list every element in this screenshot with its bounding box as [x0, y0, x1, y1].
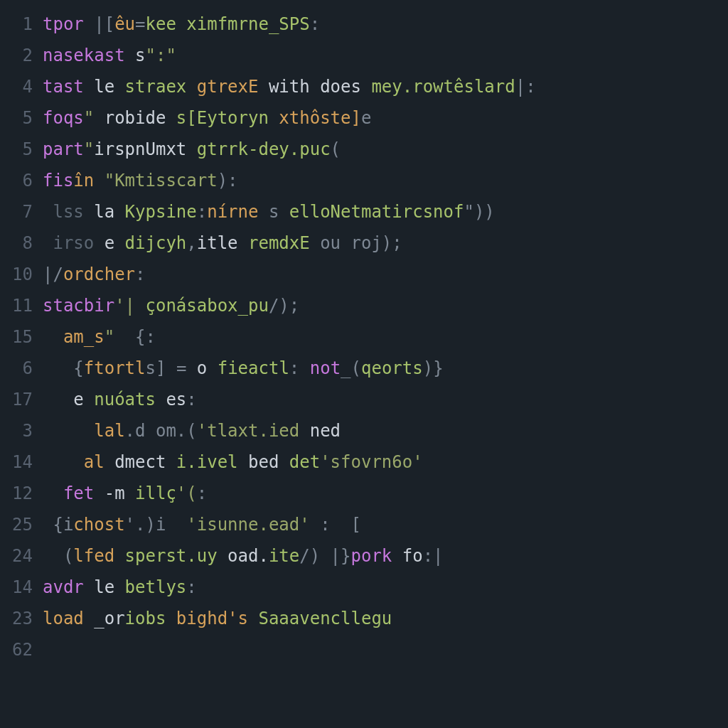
token-fn: betlys [125, 577, 187, 597]
token-pl: with does [258, 77, 371, 97]
token-pl: -m [94, 483, 135, 503]
token-fn: ite [269, 546, 299, 566]
token-id: lfed [73, 546, 114, 566]
code-editor[interactable]: 12455678101115617314122524142362 tpor |[… [0, 0, 728, 728]
token-op: {i [43, 515, 73, 535]
token-str: 'isunne.ead' [186, 515, 309, 535]
line-number: 8 [0, 228, 33, 259]
token-op: e [361, 108, 371, 128]
line-number: 1 [0, 9, 33, 40]
token-str: 'tlaxt.ied [197, 421, 300, 441]
code-line[interactable]: fet -m illç'(: [43, 478, 728, 509]
line-number-gutter: 12455678101115617314122524142362 [0, 9, 43, 728]
token-id: al [84, 452, 105, 472]
token-kw: fis [43, 171, 73, 191]
code-line[interactable]: nasekast s":" [43, 40, 728, 71]
line-number: 5 [0, 134, 33, 165]
token-pl: fo [392, 546, 422, 566]
token-kw: tpor [43, 14, 84, 34]
token-kw: avdr [43, 577, 84, 597]
code-line[interactable]: tpor |[êu=kee ximfmrne_SPS: [43, 9, 728, 40]
token-pl: bed [238, 452, 289, 472]
code-line[interactable]: |/ordcher: [43, 259, 728, 290]
token-op: ")) [464, 202, 494, 222]
token-str: '| [114, 296, 135, 316]
token-pl: oad. [218, 546, 269, 566]
token-pl: s [125, 46, 146, 65]
token-op: : [197, 483, 207, 503]
line-number: 12 [0, 478, 33, 509]
code-line[interactable]: foqs" robide s[Eytoryn xthôste]e [43, 102, 728, 134]
token-op: : [186, 577, 196, 597]
token-str: "Kmtisscart [105, 171, 218, 191]
code-line[interactable]: lss la Kypsine:nírne s elloNetmatircsnof… [43, 196, 728, 228]
code-line[interactable]: {ftortls] = o fieactl: not_(qeorts)} [43, 353, 728, 384]
token-op: ( [331, 139, 341, 159]
token-fn: fieactl [218, 358, 289, 378]
token-pl: e [94, 233, 124, 253]
line-number: 62 [0, 634, 33, 665]
code-line[interactable]: (lfed sperst.uy oad.ite/) |}pork fo:| [43, 540, 728, 572]
code-line[interactable]: avdr le betlys: [43, 572, 728, 603]
token-fn: straex [125, 77, 197, 97]
token-id: gtrexE [197, 77, 259, 97]
code-line[interactable] [43, 634, 728, 665]
line-number: 5 [0, 102, 33, 134]
token-fn: det [289, 452, 320, 472]
token-fn: kee [146, 14, 187, 34]
line-number: 3 [0, 415, 33, 446]
token-op: ): [218, 171, 238, 191]
token-id: am_s [63, 327, 105, 347]
token-kw: part [43, 139, 84, 159]
token-id: în [73, 171, 104, 191]
token-str: " [84, 139, 94, 159]
token-pl: o [197, 358, 218, 378]
code-line[interactable]: {ichost'.)i 'isunne.ead' : [ [43, 509, 728, 540]
code-line[interactable]: al dmect i.ivel bed det'sfovrn6o' [43, 446, 728, 478]
token-pl [43, 546, 63, 566]
token-str: ":" [146, 46, 176, 65]
line-number: 23 [0, 603, 33, 634]
code-line[interactable]: stacbir'| çonásabox_pu/); [43, 290, 728, 321]
token-fn: iobs [125, 609, 176, 628]
token-op: |/ [43, 264, 63, 284]
line-number: 14 [0, 446, 33, 478]
token-id: ftortl [84, 358, 146, 378]
token-id: êu [114, 14, 135, 34]
code-line[interactable]: tast le straex gtrexE with does mey.rowt… [43, 71, 728, 102]
token-op: ( [63, 546, 73, 566]
token-fn: qeorts [361, 358, 423, 378]
code-line[interactable]: fisîn "Kmtisscart): [43, 165, 728, 196]
token-fn: s[Eytoryn [176, 108, 269, 128]
token-id: chost [73, 515, 124, 535]
token-op: j); [371, 233, 402, 253]
code-line[interactable]: lal.d om.('tlaxt.ied ned [43, 415, 728, 446]
line-number: 10 [0, 259, 33, 290]
token-str: " [84, 108, 105, 128]
line-number: 7 [0, 196, 33, 228]
token-op: /) |} [299, 546, 350, 566]
token-kw: stacbir [43, 296, 114, 316]
code-line[interactable]: am_s" {: [43, 321, 728, 353]
token-pl: irspnUmxt [94, 139, 197, 159]
code-line[interactable]: load _oriobs bighd's Saaavencllegu [43, 603, 728, 634]
token-op: : [135, 264, 145, 284]
code-area[interactable]: tpor |[êu=kee ximfmrne_SPS:nasekast s":"… [43, 9, 728, 728]
token-str: 'sfovrn6o' [320, 452, 423, 472]
token-id: bighd's [176, 609, 259, 628]
token-op: s] [146, 358, 176, 378]
line-number: 14 [0, 572, 33, 603]
code-line[interactable]: irso e dijcyh,itle remdxE ou roj); [43, 228, 728, 259]
token-op: |: [515, 77, 536, 97]
token-op: |[ [84, 14, 114, 34]
token-op: :| [423, 546, 444, 566]
line-number: 4 [0, 71, 33, 102]
token-op: = [135, 14, 145, 34]
token-op: {: [135, 327, 156, 347]
token-pl: la [84, 202, 125, 222]
token-id: xthôste] [269, 108, 361, 128]
code-line[interactable]: part"irspnUmxt gtrrk-dey.puc( [43, 134, 728, 165]
token-fn: çonásabox_pu [135, 296, 269, 316]
code-line[interactable]: e nuóats es: [43, 384, 728, 415]
token-id: lal [94, 421, 124, 441]
